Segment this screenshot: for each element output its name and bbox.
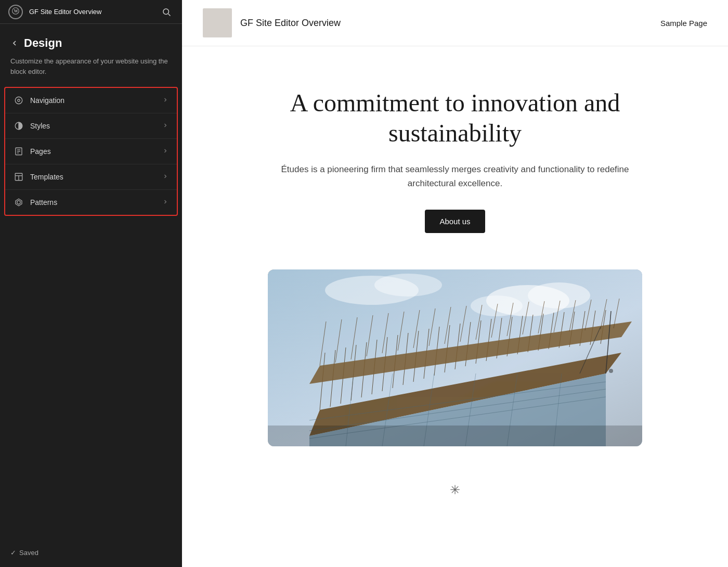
svg-point-19 [471,295,523,316]
site-header: GF Site Editor Overview Sample Page [182,0,728,46]
main-preview[interactable]: GF Site Editor Overview Sample Page A co… [182,0,728,567]
footer-symbol: ✳ [450,483,460,497]
sidebar-item-patterns[interactable]: Patterns [5,190,177,215]
saved-check-icon: ✓ [10,549,16,557]
svg-point-84 [609,369,613,373]
pages-label: Pages [30,147,156,156]
hero-section: A commitment to innovation and sustainab… [260,46,650,259]
site-name: GF Site Editor Overview [240,18,660,29]
patterns-chevron [162,199,168,207]
pages-chevron [162,148,168,156]
svg-point-2 [163,9,169,15]
back-button[interactable] [10,39,19,47]
templates-chevron [162,173,168,181]
navigation-label: Navigation [30,96,156,105]
building-image [268,269,642,446]
image-section [182,259,728,467]
styles-label: Styles [30,122,156,130]
templates-icon [14,172,24,182]
styles-icon [14,121,24,131]
sidebar-item-templates[interactable]: Templates [5,164,177,190]
pages-icon [14,146,24,157]
patterns-label: Patterns [30,198,156,207]
search-button[interactable] [159,5,174,19]
sidebar-header: Design [0,24,182,56]
sidebar-title: Design [24,36,62,50]
svg-point-4 [15,97,22,104]
templates-label: Templates [30,173,156,181]
top-bar: W GF Site Editor Overview [0,0,182,24]
svg-rect-85 [268,426,642,446]
styles-chevron [162,122,168,130]
sample-page-link[interactable]: Sample Page [660,19,707,28]
sidebar-footer: ✓ Saved [10,549,38,557]
wp-logo[interactable]: W [8,5,23,19]
preview-footer: ✳ [182,467,728,513]
patterns-icon [14,197,24,208]
topbar-title: GF Site Editor Overview [29,8,153,16]
sidebar-item-pages[interactable]: Pages [5,139,177,164]
site-logo [203,8,232,37]
sidebar-item-navigation[interactable]: Navigation [5,88,177,113]
sidebar: Design Customize the appearance of your … [0,0,182,567]
svg-point-21 [374,274,442,297]
hero-subtitle: Études is a pioneering firm that seamles… [281,162,629,190]
hero-title: A commitment to innovation and sustainab… [281,88,629,148]
sidebar-description: Customize the appearance of your website… [0,56,182,87]
svg-marker-14 [16,199,22,206]
svg-point-5 [18,99,20,102]
svg-point-18 [528,282,590,308]
menu-section: Navigation Styles [4,87,178,216]
svg-text:W: W [14,8,19,13]
svg-marker-15 [17,200,20,204]
saved-label: Saved [19,549,38,557]
wp-logo-icon: W [12,7,19,17]
preview-inner: GF Site Editor Overview Sample Page A co… [182,0,728,567]
sidebar-item-styles[interactable]: Styles [5,113,177,139]
about-us-button[interactable]: About us [425,210,485,233]
navigation-icon [14,95,24,106]
navigation-chevron [162,97,168,105]
svg-line-3 [168,14,171,16]
